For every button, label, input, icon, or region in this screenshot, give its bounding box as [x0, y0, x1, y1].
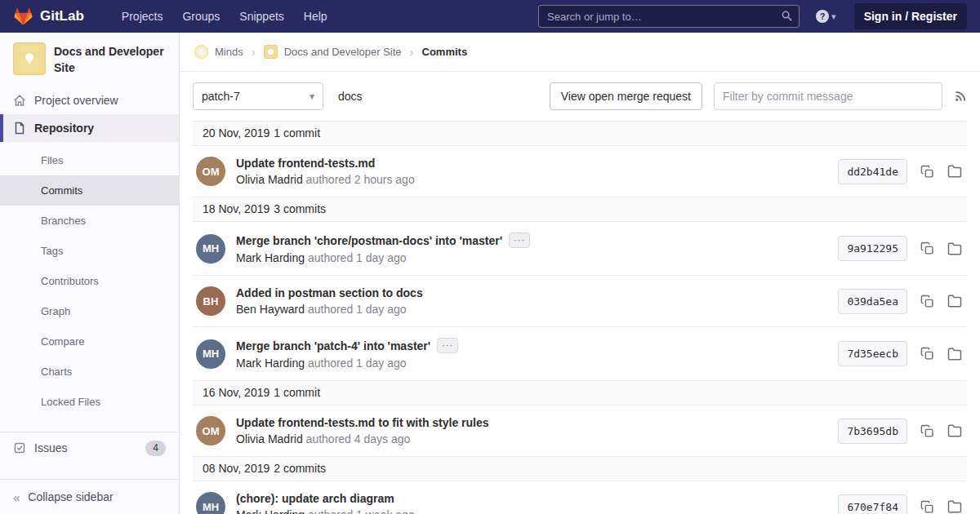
sidebar-item-issues[interactable]: Issues 4: [0, 432, 179, 465]
nav-item-projects[interactable]: Projects: [112, 0, 173, 33]
commit-time: authored 1 week ago: [308, 508, 415, 514]
commit-actions: 9a912295: [838, 236, 962, 261]
copy-sha-button[interactable]: [920, 295, 934, 308]
commit-author-link[interactable]: Mark Harding: [236, 508, 305, 514]
commit-sha[interactable]: 670e7f84: [838, 494, 907, 514]
breadcrumb-project-avatar: [264, 45, 278, 59]
breadcrumb-project-link[interactable]: Docs and Developer Site: [284, 46, 402, 58]
copy-sha-button[interactable]: [920, 241, 934, 255]
main-menu: Projects Groups Snippets Help: [112, 0, 337, 33]
commit-time: authored 4 days ago: [306, 432, 411, 445]
commit-author-link[interactable]: Mark Harding: [236, 251, 305, 264]
search-input[interactable]: [538, 5, 800, 28]
commit-sha[interactable]: 9a912295: [838, 236, 907, 261]
help-dropdown[interactable]: ? ▾: [816, 10, 836, 23]
folder-icon: [947, 347, 962, 361]
commit-author-link[interactable]: Olivia Madrid: [236, 173, 303, 186]
view-merge-request-button[interactable]: View open merge request: [550, 82, 702, 110]
commit-sha[interactable]: 039da5ea: [838, 289, 907, 314]
rss-feed-button[interactable]: [954, 90, 967, 103]
project-title: Docs and Developer Site: [54, 42, 166, 77]
commit-author-avatar[interactable]: MH: [196, 234, 225, 264]
copy-icon: [920, 347, 934, 361]
project-header[interactable]: Docs and Developer Site: [0, 33, 179, 86]
breadcrumb: Minds › Docs and Developer Site › Commit…: [180, 33, 980, 72]
commit-title-link[interactable]: Update frontend-tests.md to fit with sty…: [236, 416, 489, 429]
nav-item-help[interactable]: Help: [294, 0, 337, 33]
lightbulb-icon: [20, 50, 38, 68]
project-avatar: [13, 42, 46, 75]
nav-item-groups[interactable]: Groups: [172, 0, 229, 33]
brand-name: GitLab: [40, 8, 84, 24]
browse-files-button[interactable]: [947, 499, 962, 514]
sidebar-item-contributors[interactable]: Contributors: [0, 266, 179, 296]
browse-files-button[interactable]: [947, 241, 962, 256]
commit-author-link[interactable]: Ben Hayward: [236, 303, 305, 316]
sidebar-item-charts[interactable]: Charts: [0, 357, 179, 387]
commit-actions: 039da5ea: [838, 289, 962, 314]
commit-author-avatar[interactable]: MH: [196, 339, 225, 369]
commit-sha[interactable]: 7b3695db: [838, 419, 907, 444]
commit-sha[interactable]: 7d35eecb: [838, 341, 907, 366]
sidebar-item-graph[interactable]: Graph: [0, 296, 179, 326]
commit-ellipsis-button[interactable]: ···: [437, 338, 458, 353]
commit-title-link[interactable]: Update frontend-tests.md: [236, 157, 375, 170]
commit-date-header: 18 Nov, 2019 3 commits: [193, 197, 967, 222]
sidebar-item-commits[interactable]: Commits: [0, 175, 179, 206]
sidebar-item-tags[interactable]: Tags: [0, 236, 179, 266]
commit-info: Update frontend-tests.md Olivia Madrid a…: [236, 157, 838, 186]
commit-date-header: 08 Nov, 2019 2 commits: [193, 456, 967, 481]
commit-time: authored 1 day ago: [308, 303, 407, 316]
commit-filter-input[interactable]: [714, 82, 942, 110]
branch-selector[interactable]: patch-7 ▾: [193, 82, 323, 110]
breadcrumb-group-link[interactable]: Minds: [215, 46, 243, 58]
sidebar-item-label: Repository: [34, 122, 94, 135]
chevron-down-icon: ▾: [310, 91, 314, 101]
browse-files-button[interactable]: [947, 423, 962, 438]
commit-title-link[interactable]: Merge branch 'chore/postman-docs' into '…: [236, 234, 502, 247]
commit-author-avatar[interactable]: BH: [196, 286, 225, 316]
sidebar-item-branches[interactable]: Branches: [0, 206, 179, 236]
sidebar-item-compare[interactable]: Compare: [0, 326, 179, 357]
commit-author-avatar[interactable]: OM: [196, 416, 225, 445]
commit-author-link[interactable]: Olivia Madrid: [236, 432, 303, 445]
commit-ellipsis-button[interactable]: ···: [509, 233, 530, 248]
sidebar-item-label: Issues: [34, 441, 67, 454]
chevron-down-icon: ▾: [831, 12, 836, 21]
sidebar-item-locked-files[interactable]: Locked Files: [0, 387, 179, 417]
breadcrumb-current-page: Commits: [422, 46, 468, 58]
issues-count-badge: 4: [145, 441, 166, 457]
commit-author-avatar[interactable]: OM: [196, 157, 225, 186]
commit-author-avatar[interactable]: MH: [196, 492, 225, 514]
gitlab-home-link[interactable]: GitLab: [13, 7, 84, 26]
folder-icon: [947, 499, 962, 514]
sidebar-item-project-overview[interactable]: Project overview: [0, 86, 179, 114]
sign-in-button[interactable]: Sign in / Register: [854, 3, 967, 29]
commit-date: 18 Nov, 2019: [203, 202, 270, 217]
commit-count: 3 commits: [274, 202, 326, 217]
copy-sha-button[interactable]: [920, 500, 934, 514]
project-sidebar: Docs and Developer Site Project overview…: [0, 33, 180, 514]
commit-title-link[interactable]: (chore): update arch diagram: [236, 492, 394, 505]
commit-actions: 7b3695db: [838, 419, 962, 444]
commit-count: 1 commit: [274, 385, 320, 401]
rss-icon: [954, 90, 967, 103]
nav-item-snippets[interactable]: Snippets: [229, 0, 293, 33]
copy-sha-button[interactable]: [920, 347, 934, 361]
commit-date: 20 Nov, 2019: [203, 126, 270, 141]
commit-title-link[interactable]: Added in postman section to docs: [236, 286, 423, 299]
browse-files-button[interactable]: [947, 347, 962, 361]
commit-time: authored 1 day ago: [308, 251, 407, 264]
sidebar-item-repository[interactable]: Repository: [0, 114, 179, 142]
copy-sha-button[interactable]: [920, 424, 934, 438]
commit-author-link[interactable]: Mark Harding: [236, 357, 305, 370]
browse-files-button[interactable]: [947, 294, 962, 308]
commit-sha[interactable]: dd2b41de: [838, 159, 907, 184]
browse-files-button[interactable]: [947, 164, 962, 179]
copy-sha-button[interactable]: [920, 165, 934, 179]
commit-title-link[interactable]: Merge branch 'patch-4' into 'master': [236, 339, 430, 352]
group-avatar: [194, 45, 208, 59]
copy-icon: [920, 295, 934, 308]
collapse-sidebar-button[interactable]: « Collapse sidebar: [0, 479, 179, 514]
sidebar-item-files[interactable]: Files: [0, 145, 179, 175]
